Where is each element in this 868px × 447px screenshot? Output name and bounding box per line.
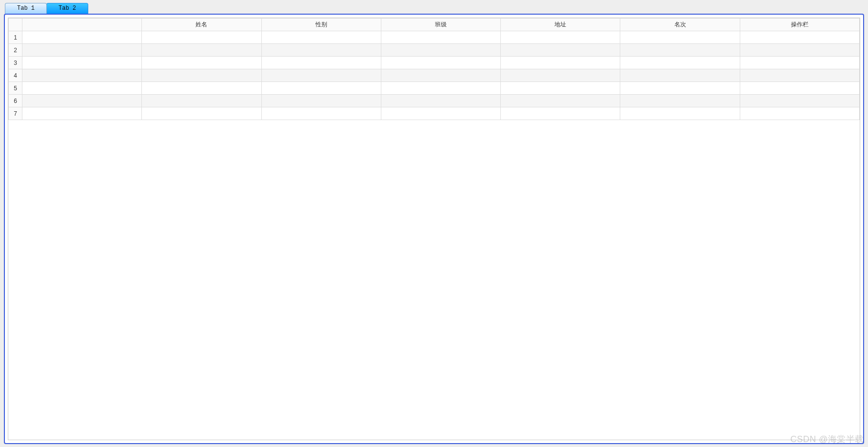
cell[interactable] bbox=[261, 107, 381, 120]
cell[interactable] bbox=[620, 31, 740, 44]
row-number: 5 bbox=[9, 82, 22, 95]
cell[interactable] bbox=[740, 44, 859, 57]
col-actions[interactable]: 操作栏 bbox=[740, 19, 859, 31]
col-name[interactable]: 姓名 bbox=[142, 19, 261, 31]
cell[interactable] bbox=[620, 57, 740, 69]
row-number: 1 bbox=[9, 31, 22, 44]
cell[interactable] bbox=[501, 69, 620, 82]
table-row[interactable]: 7 bbox=[9, 107, 860, 120]
cell[interactable] bbox=[142, 57, 261, 69]
table-header-row: 姓名 性别 班级 地址 名次 操作栏 bbox=[9, 19, 860, 31]
cell[interactable] bbox=[22, 44, 142, 57]
cell[interactable] bbox=[740, 82, 859, 95]
cell[interactable] bbox=[381, 69, 500, 82]
cell[interactable] bbox=[501, 57, 620, 69]
table-row[interactable]: 4 bbox=[9, 69, 860, 82]
col-class[interactable]: 班级 bbox=[381, 19, 500, 31]
cell[interactable] bbox=[740, 107, 859, 120]
row-number: 2 bbox=[9, 44, 22, 57]
cell[interactable] bbox=[501, 107, 620, 120]
cell[interactable] bbox=[381, 82, 500, 95]
cell[interactable] bbox=[620, 95, 740, 107]
cell[interactable] bbox=[22, 69, 142, 82]
cell[interactable] bbox=[22, 57, 142, 69]
col-gender[interactable]: 性别 bbox=[261, 19, 381, 31]
cell[interactable] bbox=[142, 107, 261, 120]
cell[interactable] bbox=[501, 31, 620, 44]
cell[interactable] bbox=[142, 82, 261, 95]
cell[interactable] bbox=[22, 31, 142, 44]
cell[interactable] bbox=[740, 69, 859, 82]
cell[interactable] bbox=[142, 69, 261, 82]
tab-2[interactable]: Tab 2 bbox=[46, 3, 88, 14]
col-address[interactable]: 地址 bbox=[501, 19, 620, 31]
cell[interactable] bbox=[501, 82, 620, 95]
cell[interactable] bbox=[261, 95, 381, 107]
row-number: 7 bbox=[9, 107, 22, 120]
table-row[interactable]: 5 bbox=[9, 82, 860, 95]
data-table: 姓名 性别 班级 地址 名次 操作栏 1 bbox=[8, 18, 860, 120]
cell[interactable] bbox=[740, 57, 859, 69]
cell[interactable] bbox=[620, 44, 740, 57]
row-number: 6 bbox=[9, 95, 22, 107]
row-number: 4 bbox=[9, 69, 22, 82]
table-row[interactable]: 6 bbox=[9, 95, 860, 107]
cell[interactable] bbox=[261, 57, 381, 69]
cell[interactable] bbox=[261, 31, 381, 44]
cell[interactable] bbox=[381, 107, 500, 120]
cell[interactable] bbox=[261, 82, 381, 95]
cell[interactable] bbox=[620, 69, 740, 82]
col-rank[interactable]: 名次 bbox=[620, 19, 740, 31]
data-table-wrap: 姓名 性别 班级 地址 名次 操作栏 1 bbox=[8, 18, 860, 440]
cell[interactable] bbox=[740, 95, 859, 107]
cell[interactable] bbox=[501, 95, 620, 107]
cell[interactable] bbox=[381, 44, 500, 57]
cell[interactable] bbox=[501, 44, 620, 57]
tab-1[interactable]: Tab 1 bbox=[5, 3, 47, 14]
cell[interactable] bbox=[381, 95, 500, 107]
cell[interactable] bbox=[620, 107, 740, 120]
cell[interactable] bbox=[381, 57, 500, 69]
cell[interactable] bbox=[22, 95, 142, 107]
cell[interactable] bbox=[261, 44, 381, 57]
cell[interactable] bbox=[620, 82, 740, 95]
cell[interactable] bbox=[142, 31, 261, 44]
app-container: Tab 1 Tab 2 姓 bbox=[0, 0, 868, 447]
tab-panel: 姓名 性别 班级 地址 名次 操作栏 1 bbox=[4, 14, 864, 444]
table-row[interactable]: 2 bbox=[9, 44, 860, 57]
table-row[interactable]: 3 bbox=[9, 57, 860, 69]
rownum-header bbox=[9, 19, 22, 31]
cell[interactable] bbox=[22, 107, 142, 120]
tabs-header: Tab 1 Tab 2 bbox=[5, 3, 864, 14]
col-empty[interactable] bbox=[22, 19, 142, 31]
cell[interactable] bbox=[142, 44, 261, 57]
cell[interactable] bbox=[142, 95, 261, 107]
table-row[interactable]: 1 bbox=[9, 31, 860, 44]
cell[interactable] bbox=[261, 69, 381, 82]
cell[interactable] bbox=[22, 82, 142, 95]
cell[interactable] bbox=[381, 31, 500, 44]
row-number: 3 bbox=[9, 57, 22, 69]
cell[interactable] bbox=[740, 31, 859, 44]
